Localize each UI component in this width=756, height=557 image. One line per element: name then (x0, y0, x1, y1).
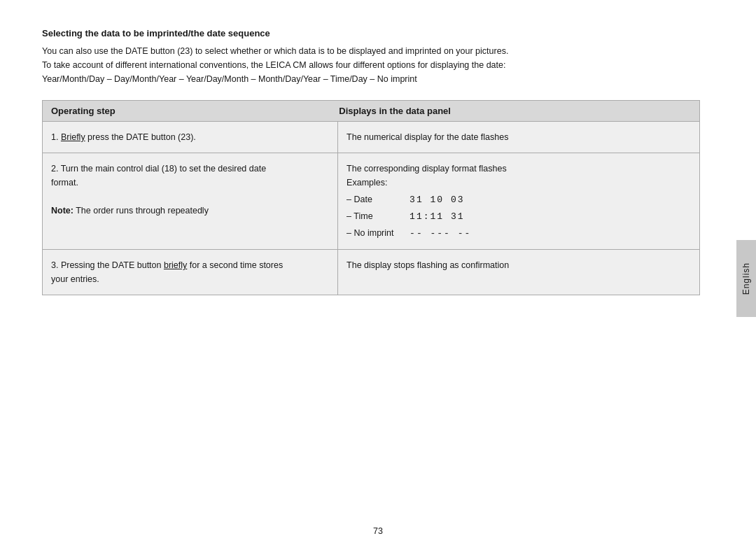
row2-examples-label: Examples: (346, 178, 387, 188)
sidebar-tab: English (736, 240, 756, 317)
row3-left-line2: your entries. (51, 274, 99, 284)
section-title: Selecting the data to be imprinted/the d… (42, 28, 700, 38)
intro-line2: To take account of different internation… (42, 60, 505, 70)
examples-block: – Date 31 10 03 – Time 11:11 31 – No imp… (346, 192, 691, 241)
row2-right-content: The corresponding display format flashes… (346, 162, 691, 241)
row3-right: The display stops flashing as confirmati… (338, 250, 699, 295)
date-example: – Date 31 10 03 (346, 192, 691, 208)
row1-left-rest: press the DATE button (23). (85, 132, 196, 142)
intro-line1: You can also use the DATE button (23) to… (42, 46, 508, 56)
table-row: 3. Pressing the DATE button briefly for … (43, 250, 699, 295)
row3-left-line1-prefix: 3. Pressing the DATE button (51, 260, 164, 270)
row3-left-line1-suffix: for a second time stores (187, 260, 283, 270)
time-example: – Time 11:11 31 (346, 209, 691, 225)
row2-note-text: The order runs through repeatedly (74, 206, 209, 216)
table-row: 1. Briefly press the DATE button (23). T… (43, 122, 699, 153)
main-table: Operating step Displays in the data pane… (42, 100, 700, 295)
row1-left: 1. Briefly press the DATE button (23). (43, 122, 338, 153)
page-container: Selecting the data to be imprinted/the d… (0, 0, 756, 557)
row1-right: The numerical display for the date flash… (338, 122, 699, 153)
noimprint-value: -- --- -- (410, 227, 471, 241)
time-label: – Time (346, 209, 410, 223)
noimprint-label: – No imprint (346, 226, 410, 240)
intro-line3: Year/Month/Day – Day/Month/Year – Year/D… (42, 74, 417, 84)
row1-briefly: Briefly (61, 132, 85, 142)
noimprint-example: – No imprint -- --- -- (346, 226, 691, 241)
table-row: 2. Turn the main control dial (18) to se… (43, 153, 699, 250)
header-col2: Displays in the data panel (339, 106, 691, 116)
row3-left: 3. Pressing the DATE button briefly for … (43, 250, 338, 295)
row2-left-line1: 2. Turn the main control dial (18) to se… (51, 164, 266, 174)
date-label: – Date (346, 192, 410, 206)
page-number: 73 (373, 526, 383, 536)
row2-left: 2. Turn the main control dial (18) to se… (43, 153, 338, 249)
intro-text: You can also use the DATE button (23) to… (42, 44, 700, 86)
time-value: 11:11 31 (410, 210, 464, 225)
header-col1: Operating step (51, 106, 339, 116)
row2-right: The corresponding display format flashes… (338, 153, 699, 249)
row3-briefly: briefly (164, 260, 187, 270)
date-value: 31 10 03 (410, 193, 464, 208)
sidebar-label: English (741, 262, 751, 295)
table-header: Operating step Displays in the data pane… (43, 101, 699, 122)
row2-note-label: Note: (51, 206, 74, 216)
row2-right-line1: The corresponding display format flashes (346, 164, 507, 174)
row2-left-line2: format. (51, 178, 78, 188)
